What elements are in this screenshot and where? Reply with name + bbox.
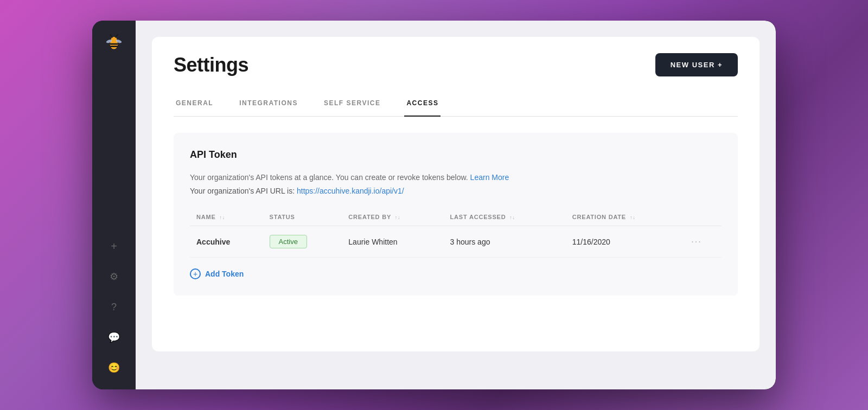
content-card: Settings NEW USER + GENERAL INTEGRATIONS… — [152, 37, 760, 351]
profile-icon: 😊 — [108, 362, 120, 374]
col-actions — [685, 208, 722, 226]
add-token-icon: + — [190, 268, 201, 279]
sidebar-item-profile[interactable]: 😊 — [103, 357, 125, 379]
token-status: Active — [263, 226, 342, 258]
svg-point-3 — [111, 37, 117, 42]
sidebar-item-help[interactable]: ? — [103, 296, 125, 318]
tab-self-service[interactable]: SELF SERVICE — [322, 93, 382, 117]
gear-icon: ⚙ — [110, 271, 118, 283]
sidebar-item-add[interactable]: + — [103, 235, 125, 257]
main-content: Settings NEW USER + GENERAL INTEGRATIONS… — [136, 21, 776, 389]
learn-more-link[interactable]: Learn More — [470, 173, 509, 182]
status-badge: Active — [270, 235, 307, 248]
token-creation-date: 11/16/2020 — [566, 226, 685, 258]
new-user-button[interactable]: NEW USER + — [655, 53, 738, 76]
svg-point-8 — [110, 34, 111, 36]
chat-icon: 💬 — [108, 331, 120, 343]
help-icon: ? — [111, 302, 117, 313]
col-creation-date: CREATION DATE ↑↓ — [566, 208, 685, 226]
logo — [103, 31, 125, 53]
col-name: NAME ↑↓ — [190, 208, 263, 226]
sort-icon-creation-date: ↑↓ — [630, 215, 636, 220]
token-actions[interactable]: ··· — [685, 226, 722, 258]
add-token-row[interactable]: + Add Token — [190, 268, 722, 279]
sort-icon-name: ↑↓ — [219, 215, 225, 220]
tabs-nav: GENERAL INTEGRATIONS SELF SERVICE ACCESS — [174, 93, 738, 117]
sidebar-item-messages[interactable]: 💬 — [103, 326, 125, 348]
svg-rect-2 — [110, 46, 118, 47]
add-token-button[interactable]: Add Token — [205, 270, 244, 278]
token-table: NAME ↑↓ STATUS CREATED BY ↑↓ L — [190, 208, 722, 258]
page-header: Settings NEW USER + — [174, 53, 738, 76]
sidebar-item-settings[interactable]: ⚙ — [103, 266, 125, 287]
tab-integrations[interactable]: INTEGRATIONS — [237, 93, 300, 117]
add-icon: + — [111, 240, 117, 253]
tab-general[interactable]: GENERAL — [174, 93, 215, 117]
token-created-by: Laurie Whitten — [342, 226, 443, 258]
token-name: Accuhive — [190, 226, 263, 258]
svg-rect-1 — [110, 43, 118, 45]
more-options-icon[interactable]: ··· — [691, 237, 701, 246]
api-token-section: API Token Your organization's API tokens… — [174, 133, 738, 296]
page-title: Settings — [174, 54, 248, 76]
token-last-accessed: 3 hours ago — [444, 226, 566, 258]
bee-icon — [104, 33, 124, 52]
section-title: API Token — [190, 149, 722, 161]
api-url-link[interactable]: https://accuhive.kandji.io/api/v1/ — [297, 187, 404, 195]
svg-point-9 — [117, 34, 118, 36]
col-created-by: CREATED BY ↑↓ — [342, 208, 443, 226]
table-row: Accuhive Active Laurie Whitten 3 hours a… — [190, 226, 722, 258]
col-status: STATUS — [263, 208, 342, 226]
sort-icon-created-by: ↑↓ — [395, 215, 401, 220]
sidebar: + ⚙ ? 💬 😊 — [92, 21, 136, 389]
description-text: Your organization's API tokens at a glan… — [190, 171, 722, 183]
tab-access[interactable]: ACCESS — [404, 93, 441, 117]
api-url-text: Your organization's API URL is: https://… — [190, 187, 722, 195]
col-last-accessed: LAST ACCESSED ↑↓ — [444, 208, 566, 226]
sort-icon-last-accessed: ↑↓ — [509, 215, 515, 220]
